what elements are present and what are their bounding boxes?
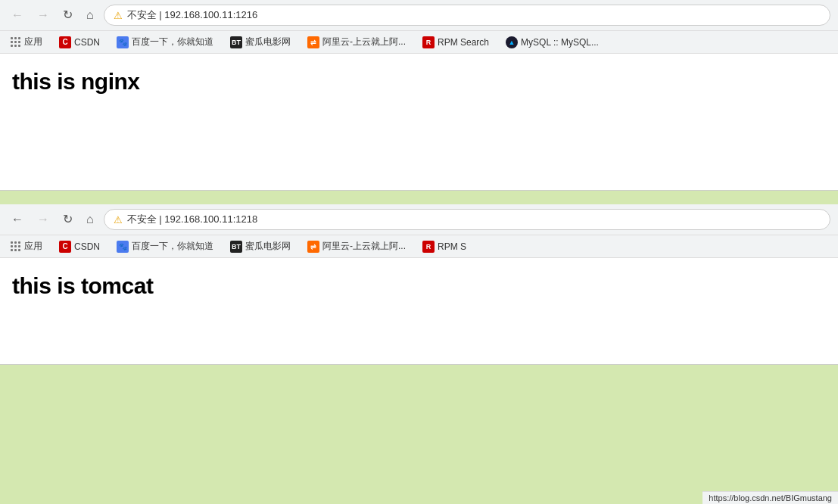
bookmark-csdn-label-2: CSDN: [74, 241, 100, 252]
home-button-2[interactable]: ⌂: [83, 212, 98, 227]
ali-icon-1: ⇌: [307, 36, 319, 48]
baidu-icon-1: 🐾: [117, 36, 129, 48]
address-bar-2[interactable]: ⚠ 不安全 | 192.168.100.11:1218: [104, 209, 830, 230]
bookmarks-bar-2: 应用 C CSDN 🐾 百度一下，你就知道 BT 蜜瓜电影网 ⇌ 阿里云-上云就…: [0, 235, 838, 258]
address-text-2: 不安全 | 192.168.100.11:1218: [127, 213, 258, 226]
reload-button-2[interactable]: ↻: [59, 212, 76, 227]
bookmark-rpm-1[interactable]: R RPM Search: [419, 35, 492, 50]
ali-icon-2: ⇌: [307, 241, 319, 253]
bookmark-apps-label-2: 应用: [24, 240, 42, 253]
bookmark-bt-2[interactable]: BT 蜜瓜电影网: [227, 238, 294, 254]
forward-button-2[interactable]: →: [33, 212, 53, 227]
baidu-icon-2: 🐾: [117, 241, 129, 253]
bookmark-ali-label-1: 阿里云-上云就上阿...: [322, 36, 406, 48]
rpm-icon-1: R: [422, 36, 435, 48]
address-text-1: 不安全 | 192.168.100.11:1216: [127, 8, 258, 22]
reload-button-1[interactable]: ↻: [59, 8, 76, 23]
bookmarks-bar-1: 应用 C CSDN 🐾 百度一下，你就知道 BT 蜜瓜电影网 ⇌ 阿里云-上云就…: [0, 31, 838, 54]
nav-bar-2: ← → ↻ ⌂ ⚠ 不安全 | 192.168.100.11:1218: [0, 204, 838, 235]
bookmark-rpm-label-2: RPM S: [438, 241, 466, 252]
bookmark-bt-label-1: 蜜瓜电影网: [245, 36, 291, 48]
bookmark-baidu-label-2: 百度一下，你就知道: [132, 240, 213, 253]
bookmark-mysql-1[interactable]: ▲ MySQL :: MySQL...: [503, 35, 602, 50]
bookmark-ali-label-2: 阿里云-上云就上阿...: [322, 240, 406, 253]
bt-icon-1: BT: [230, 36, 242, 48]
mysql-icon-1: ▲: [506, 36, 518, 48]
rpm-icon-2: R: [422, 241, 435, 253]
bookmark-rpm-label-1: RPM Search: [438, 37, 489, 48]
bookmark-csdn-1[interactable]: C CSDN: [56, 35, 103, 50]
browser-window-1: ← → ↻ ⌂ ⚠ 不安全 | 192.168.100.11:1216 应用 C…: [0, 0, 838, 191]
bookmark-mysql-label-1: MySQL :: MySQL...: [521, 37, 599, 48]
browser-window-2: ← → ↻ ⌂ ⚠ 不安全 | 192.168.100.11:1218 应用 C…: [0, 204, 838, 365]
bookmark-csdn-2[interactable]: C CSDN: [56, 239, 103, 254]
divider: [0, 191, 838, 204]
apps-icon-1: [11, 37, 21, 48]
csdn-icon-1: C: [59, 36, 71, 48]
bookmark-baidu-label-1: 百度一下，你就知道: [132, 36, 213, 48]
bookmark-apps-2[interactable]: 应用: [8, 238, 45, 254]
status-bar: https://blog.csdn.net/BIGmustang: [702, 491, 838, 504]
warning-icon-1: ⚠: [114, 10, 123, 21]
bookmark-apps-1[interactable]: 应用: [8, 34, 45, 50]
csdn-icon-2: C: [59, 241, 71, 253]
bookmark-baidu-1[interactable]: 🐾 百度一下，你就知道: [114, 34, 217, 50]
bookmark-rpm-2[interactable]: R RPM S: [419, 239, 469, 254]
address-bar-1[interactable]: ⚠ 不安全 | 192.168.100.11:1216: [104, 5, 830, 26]
page-content-1: this is nginx: [0, 54, 838, 190]
bt-icon-2: BT: [230, 241, 242, 253]
forward-button-1[interactable]: →: [33, 8, 53, 23]
warning-icon-2: ⚠: [114, 214, 123, 226]
back-button-2[interactable]: ←: [8, 212, 27, 227]
status-url: https://blog.csdn.net/BIGmustang: [709, 493, 832, 502]
page-heading-1: this is nginx: [12, 69, 826, 95]
apps-icon-2: [11, 241, 21, 252]
bookmark-bt-label-2: 蜜瓜电影网: [245, 240, 291, 253]
bookmark-baidu-2[interactable]: 🐾 百度一下，你就知道: [114, 238, 217, 254]
bookmark-apps-label-1: 应用: [24, 36, 42, 48]
bookmark-ali-2[interactable]: ⇌ 阿里云-上云就上阿...: [304, 238, 409, 254]
page-heading-2: this is tomcat: [12, 273, 826, 299]
bookmark-bt-1[interactable]: BT 蜜瓜电影网: [227, 34, 294, 50]
home-button-1[interactable]: ⌂: [83, 8, 98, 23]
back-button-1[interactable]: ←: [8, 8, 27, 23]
bookmark-csdn-label-1: CSDN: [74, 37, 100, 48]
page-content-2: this is tomcat: [0, 258, 838, 364]
nav-bar-1: ← → ↻ ⌂ ⚠ 不安全 | 192.168.100.11:1216: [0, 0, 838, 31]
bookmark-ali-1[interactable]: ⇌ 阿里云-上云就上阿...: [304, 34, 409, 50]
